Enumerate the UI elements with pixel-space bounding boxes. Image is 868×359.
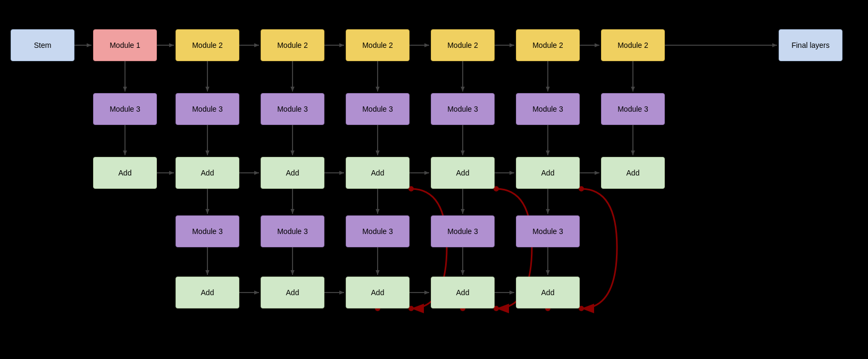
add-r2-col5-label: Add bbox=[456, 288, 470, 297]
mod3-r2-col6-label: Module 3 bbox=[532, 227, 563, 236]
stem-label: Stem bbox=[34, 41, 52, 49]
mod3-r1-col7-block: Module 3 bbox=[601, 93, 665, 125]
add-r1-col5-block: Add bbox=[431, 157, 495, 189]
mod3-r1-col3-block: Module 3 bbox=[261, 93, 324, 125]
module2-col2-label: Module 2 bbox=[277, 41, 308, 49]
final-layers-label: Final layers bbox=[791, 41, 830, 49]
add-r2-col3-label: Add bbox=[286, 288, 299, 297]
module2-col4-label: Module 2 bbox=[447, 41, 478, 49]
add-r1-col6-block: Add bbox=[516, 157, 580, 189]
module2-col4-block: Module 2 bbox=[431, 29, 495, 61]
add-r1-col2-block: Add bbox=[176, 157, 239, 189]
mod3-r2-col4-label: Module 3 bbox=[362, 227, 393, 236]
module2-col1-block: Module 2 bbox=[176, 29, 239, 61]
module2-col1-label: Module 2 bbox=[192, 41, 223, 49]
mod3-r2-col3-block: Module 3 bbox=[261, 215, 324, 247]
mod3-r1-col5-block: Module 3 bbox=[431, 93, 495, 125]
add-r2-col2-block: Add bbox=[176, 277, 239, 308]
mod3-r2-col2-block: Module 3 bbox=[176, 215, 239, 247]
add-r2-col4-block: Add bbox=[346, 277, 410, 308]
module1-block: Module 1 bbox=[93, 29, 157, 61]
mod3-r1-col1-block: Module 3 bbox=[93, 93, 157, 125]
mod3-r1-col1-label: Module 3 bbox=[110, 105, 140, 113]
mod3-r1-col3-label: Module 3 bbox=[277, 105, 308, 113]
add-r2-col6-label: Add bbox=[541, 288, 555, 297]
add-r2-col6-block: Add bbox=[516, 277, 580, 308]
mod3-r2-col6-block: Module 3 bbox=[516, 215, 580, 247]
mod3-r2-col5-block: Module 3 bbox=[431, 215, 495, 247]
stem-block: Stem bbox=[11, 29, 74, 61]
add-r1-col4-label: Add bbox=[371, 169, 385, 177]
add-r2-col4-label: Add bbox=[371, 288, 385, 297]
mod3-r1-col2-block: Module 3 bbox=[176, 93, 239, 125]
add-r1-col2-label: Add bbox=[201, 169, 214, 177]
mod3-r1-col4-block: Module 3 bbox=[346, 93, 410, 125]
module2-col3-block: Module 2 bbox=[346, 29, 410, 61]
mod3-r2-col3-label: Module 3 bbox=[277, 227, 308, 236]
add-r2-col5-block: Add bbox=[431, 277, 495, 308]
mod3-r2-col5-label: Module 3 bbox=[447, 227, 478, 236]
add-r1-col1-label: Add bbox=[119, 169, 132, 177]
final-layers-block: Final layers bbox=[779, 29, 842, 61]
mod3-r2-col2-label: Module 3 bbox=[192, 227, 223, 236]
module2-col5-label: Module 2 bbox=[532, 41, 563, 49]
mod3-r1-col4-label: Module 3 bbox=[362, 105, 393, 113]
module2-col6-label: Module 2 bbox=[617, 41, 648, 49]
add-r1-col6-label: Add bbox=[541, 169, 555, 177]
add-r1-col4-block: Add bbox=[346, 157, 410, 189]
module1-label: Module 1 bbox=[110, 41, 140, 49]
add-r1-col7-block: Add bbox=[601, 157, 665, 189]
mod3-r2-col4-block: Module 3 bbox=[346, 215, 410, 247]
add-r1-col3-label: Add bbox=[286, 169, 299, 177]
add-r1-col5-label: Add bbox=[456, 169, 470, 177]
add-r2-col2-label: Add bbox=[201, 288, 214, 297]
module2-col2-block: Module 2 bbox=[261, 29, 324, 61]
mod3-r1-col6-block: Module 3 bbox=[516, 93, 580, 125]
add-r1-col3-block: Add bbox=[261, 157, 324, 189]
module2-col6-block: Module 2 bbox=[601, 29, 665, 61]
add-r2-col3-block: Add bbox=[261, 277, 324, 308]
mod3-r1-col2-label: Module 3 bbox=[192, 105, 223, 113]
mod3-r1-col7-label: Module 3 bbox=[617, 105, 648, 113]
add-r1-col7-label: Add bbox=[627, 169, 640, 177]
mod3-r1-col5-label: Module 3 bbox=[447, 105, 478, 113]
module2-col5-block: Module 2 bbox=[516, 29, 580, 61]
add-r1-col1-block: Add bbox=[93, 157, 157, 189]
module2-col3-label: Module 2 bbox=[362, 41, 393, 49]
architecture-diagram: Stem Module 1 Module 2 Module 2 Module 2… bbox=[0, 0, 868, 359]
mod3-r1-col6-label: Module 3 bbox=[532, 105, 563, 113]
